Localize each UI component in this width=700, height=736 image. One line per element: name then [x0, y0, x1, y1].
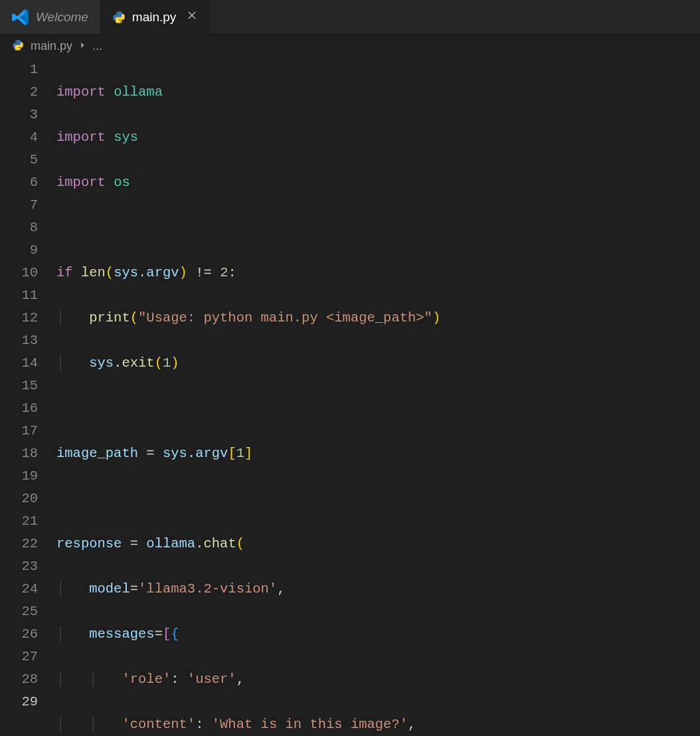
tab-main-py[interactable]: main.py [100, 0, 210, 34]
breadcrumb-file: main.py [31, 39, 72, 53]
tab-welcome-label: Welcome [36, 10, 88, 25]
line-number-gutter: 1234567891011121314151617181920212223242… [0, 58, 56, 736]
code-content[interactable]: import ollama import sys import os if le… [56, 58, 700, 736]
editor-tabs: Welcome main.py [0, 0, 700, 35]
code-editor[interactable]: 1234567891011121314151617181920212223242… [0, 57, 700, 736]
python-icon [112, 11, 126, 24]
close-icon[interactable] [187, 10, 197, 24]
breadcrumb-more: ... [92, 39, 102, 53]
tab-welcome[interactable]: Welcome [0, 0, 100, 34]
python-icon [12, 39, 25, 52]
tab-main-label: main.py [132, 10, 177, 25]
breadcrumb[interactable]: main.py ... [0, 35, 700, 57]
chevron-right-icon [78, 39, 87, 53]
vscode-icon [12, 9, 29, 26]
